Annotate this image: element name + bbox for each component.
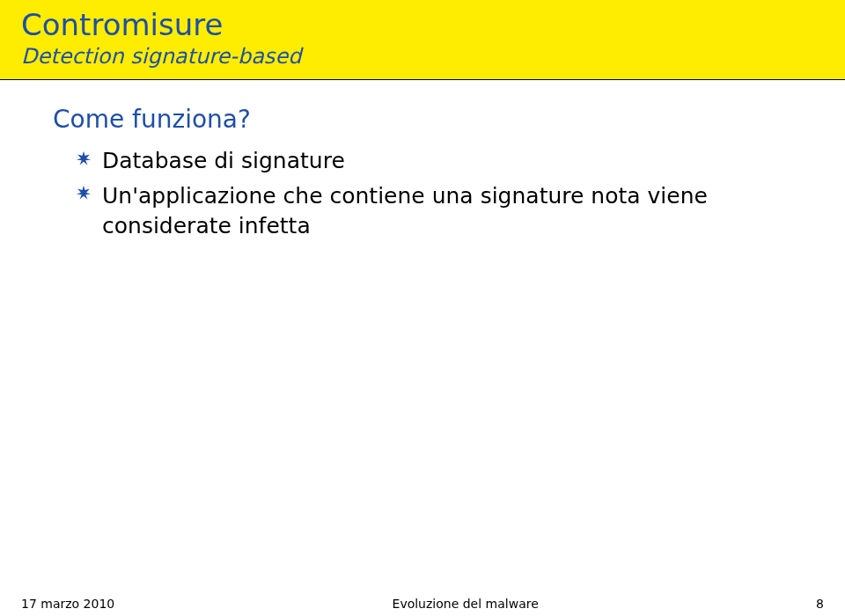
bullet-text: Un'applicazione che contiene una signatu…	[102, 183, 708, 238]
starburst-icon	[76, 150, 92, 166]
svg-marker-0	[77, 150, 92, 165]
slide-title: Contromisure	[21, 7, 824, 42]
footer-date: 17 marzo 2010	[21, 597, 114, 611]
footer-page-number: 8	[816, 597, 824, 611]
slide-subtitle: Detection signature-based	[21, 44, 824, 69]
list-item: Un'applicazione che contiene una signatu…	[76, 181, 792, 241]
list-item: Database di signature	[76, 146, 792, 176]
slide-header: Contromisure Detection signature-based	[0, 0, 845, 80]
slide-footer: 17 marzo 2010 Evoluzione del malware 8	[0, 597, 845, 616]
slide-body: Come funziona? Database di signature Un'…	[0, 80, 845, 240]
bullet-text: Database di signature	[102, 148, 345, 173]
footer-title: Evoluzione del malware	[114, 597, 816, 611]
bullet-list: Database di signature Un'applicazione ch…	[53, 146, 792, 240]
svg-marker-1	[77, 186, 92, 200]
starburst-icon	[76, 185, 92, 201]
section-heading: Come funziona?	[53, 105, 792, 134]
